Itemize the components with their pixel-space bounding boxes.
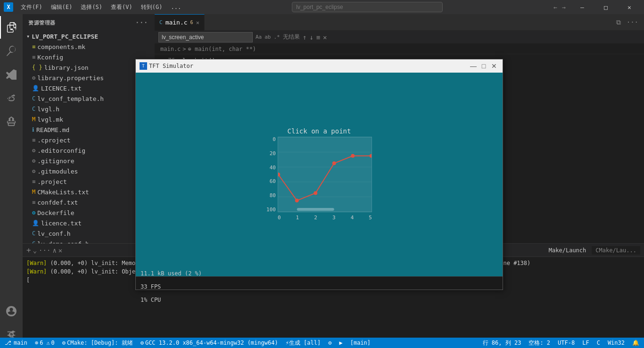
x-label-3: 3: [332, 215, 336, 221]
close-button[interactable]: ✕: [619, 0, 640, 14]
activity-git[interactable]: [0, 63, 23, 86]
status-gcc[interactable]: ⚙ GCC 13.2.0 x86_64-w64-mingw32 (mingw64…: [139, 340, 280, 346]
match-word-btn[interactable]: ab: [264, 34, 271, 40]
warning-icon: ⚠: [46, 340, 50, 346]
tab-close-icon[interactable]: ✕: [196, 19, 199, 26]
file-icon: M: [32, 116, 35, 123]
nav-back-icon[interactable]: ←: [552, 2, 559, 13]
terminal-tab-make[interactable]: Make/Launch: [545, 246, 590, 255]
svg-point-10: [332, 161, 336, 165]
status-git-branch[interactable]: ⎇ main: [3, 340, 29, 346]
status-build[interactable]: ⚡生成 [all]: [284, 339, 323, 347]
status-line-ending[interactable]: LF: [580, 340, 591, 346]
run-icon: ▶: [339, 340, 342, 346]
status-run[interactable]: ▶: [337, 340, 344, 346]
more-options-icon[interactable]: ···: [625, 17, 640, 27]
menu-file[interactable]: 文件(F): [17, 2, 46, 12]
file-label: licence.txt: [41, 220, 82, 227]
status-spaces[interactable]: 空格: 2: [527, 339, 552, 347]
tree-item-libraryproperties[interactable]: ⚙ library.properties: [23, 73, 155, 83]
activity-explorer[interactable]: [0, 16, 23, 39]
tft-simulator-window: T TFT Simulator — □ ✕ Click on a point 1…: [155, 59, 503, 290]
menu-goto[interactable]: 转到(G): [137, 2, 166, 12]
status-settings[interactable]: ⚙: [326, 340, 333, 346]
breadcrumb-symbol[interactable]: ⊕ main(int, char **): [188, 46, 256, 52]
split-editor-icon[interactable]: ⧉: [614, 17, 623, 27]
tree-item-cmakelists[interactable]: M CMakeLists.txt: [23, 187, 155, 197]
menu-select[interactable]: 选择(S): [77, 2, 106, 12]
status-platform[interactable]: Win32: [606, 340, 627, 346]
tree-item-lvconfh[interactable]: C lv_conf.h: [23, 228, 155, 239]
tree-item-readmemd[interactable]: ℹ README.md: [23, 124, 155, 135]
status-right: 行 86, 列 23 空格: 2 UTF-8 LF C Win32 🔔: [481, 339, 641, 347]
tree-item-lvglmk[interactable]: M lvgl.mk: [23, 114, 155, 124]
tab-mainc[interactable]: C main.c 6 ✕: [155, 14, 205, 31]
regex-btn[interactable]: .*: [274, 34, 280, 40]
search-input[interactable]: [292, 2, 443, 12]
find-input[interactable]: [158, 32, 253, 42]
tree-item-gitignore[interactable]: ⚙ .gitignore: [23, 156, 155, 166]
sidebar-more-icon[interactable]: ···: [134, 18, 149, 27]
tree-item-lvglh[interactable]: C lvgl.h: [23, 104, 155, 114]
find-prev-btn[interactable]: ↑: [303, 33, 306, 41]
breadcrumb-file[interactable]: main.c: [160, 46, 181, 52]
line-ending-label: LF: [582, 340, 589, 346]
minimize-button[interactable]: —: [571, 0, 593, 14]
activity-bar: [0, 14, 23, 348]
menu-edit[interactable]: 编辑(E): [47, 2, 76, 12]
find-next-btn[interactable]: ↓: [309, 33, 313, 41]
activity-search[interactable]: [0, 40, 23, 62]
tree-item-licencetxt[interactable]: 👤 licence.txt: [23, 218, 155, 228]
tab-bar-actions: ⧉ ···: [614, 17, 644, 27]
activity-extensions[interactable]: [0, 110, 23, 133]
maximize-button[interactable]: □: [595, 0, 617, 14]
platform-label: Win32: [608, 340, 625, 346]
chart-svg[interactable]: [278, 137, 372, 212]
status-language[interactable]: C: [595, 340, 602, 346]
file-c-icon: C: [32, 106, 35, 112]
file-icon: ≡: [32, 178, 35, 185]
activity-debug[interactable]: [0, 87, 23, 109]
file-label: .gitignore: [37, 157, 74, 165]
line-col-label: 行 86, 列 23: [483, 339, 521, 347]
activity-account[interactable]: [0, 300, 23, 323]
tree-item-confdef[interactable]: ≡ confdef.txt: [23, 197, 155, 207]
expand-icon[interactable]: ≡: [316, 33, 320, 41]
tree-item-dockerfile[interactable]: ⚙ Dockerfile: [23, 207, 155, 218]
match-case-btn[interactable]: Aa: [256, 34, 262, 40]
tree-item-gitmodules[interactable]: ⚙ .gitmodules: [23, 166, 155, 176]
nav-forward-icon[interactable]: →: [560, 2, 568, 13]
svg-point-9: [314, 191, 317, 195]
status-line-col[interactable]: 行 86, 列 23: [481, 339, 523, 347]
tft-close-button[interactable]: ✕: [489, 61, 499, 71]
tree-item-libraryjson[interactable]: { } library.json: [23, 62, 155, 73]
tree-item-project[interactable]: ≡ .project: [23, 176, 155, 187]
terminal-tab-cmake[interactable]: CMake/Lau...: [592, 246, 640, 255]
window-controls: — □ ✕: [571, 0, 640, 14]
file-icon: ≡: [32, 43, 35, 50]
tree-item-componentsmk[interactable]: ≡ components.mk: [23, 41, 155, 52]
tree-item-kconfig[interactable]: ≡ Kconfig: [23, 52, 155, 62]
tree-item-licence[interactable]: 👤 LICENCE.txt: [23, 83, 155, 93]
menu-view[interactable]: 查看(V): [107, 2, 136, 12]
tft-minimize-button[interactable]: —: [469, 61, 478, 71]
tree-root-folder[interactable]: ▾ LV_PORT_PC_ECLIPSE: [23, 31, 155, 41]
menu-more[interactable]: ...: [167, 3, 185, 11]
status-branch[interactable]: [main]: [348, 340, 372, 346]
tree-item-editorconfig[interactable]: ⚙ .editorconfig: [23, 145, 155, 156]
status-encoding[interactable]: UTF-8: [556, 340, 577, 346]
chart-x-axis: 0 1 2 3 4 5: [278, 214, 372, 222]
tft-content-area[interactable]: Click on a point 100 80 60 40 20 0: [155, 73, 503, 276]
svg-point-11: [351, 154, 355, 158]
file-icon: ⚙: [32, 209, 35, 216]
tft-maximize-button[interactable]: □: [479, 61, 488, 71]
status-notifications[interactable]: 🔔: [630, 340, 641, 346]
warning-count: 0: [51, 340, 55, 346]
status-errors[interactable]: ⊗ 6 ⚠ 0: [33, 340, 57, 346]
file-label: Kconfig: [37, 54, 63, 61]
close-find-btn[interactable]: ✕: [323, 33, 327, 41]
tree-item-lvconf-template[interactable]: C lv_conf_template.h: [23, 93, 155, 104]
tree-item-cproject[interactable]: ≡ .cproject: [23, 135, 155, 145]
tft-title-label: TFT Simulator: [155, 63, 467, 69]
status-cmake[interactable]: ⚙ CMake: [Debug]: 就绪: [60, 339, 135, 347]
